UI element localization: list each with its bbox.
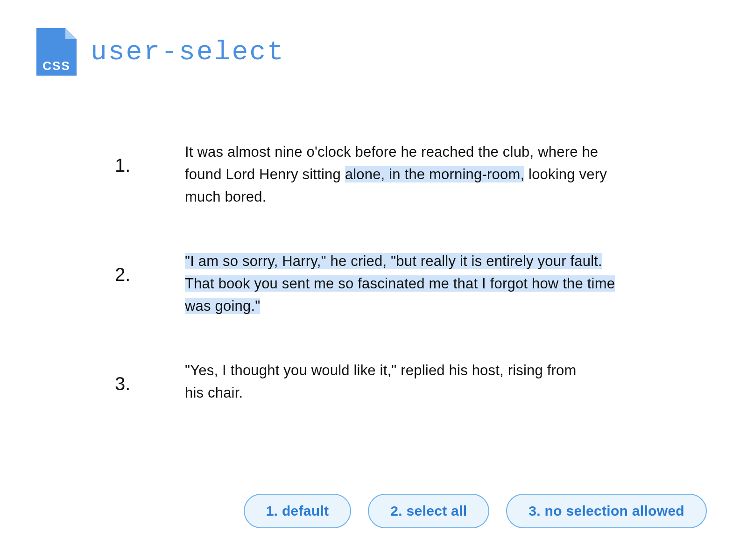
- examples-list: 1. It was almost nine o'clock before he …: [115, 141, 619, 404]
- example-number: 3.: [115, 359, 185, 395]
- page-title: user-select: [91, 37, 285, 67]
- highlighted-text: alone, in the morning-room,: [345, 166, 524, 182]
- highlighted-text: "I am so sorry, Harry," he cried, "but r…: [185, 253, 615, 314]
- example-text-default[interactable]: It was almost nine o'clock before he rea…: [185, 141, 619, 208]
- button-row: 1. default 2. select all 3. no selection…: [244, 494, 707, 528]
- header: CSS user-select: [0, 0, 747, 76]
- no-selection-button[interactable]: 3. no selection allowed: [506, 494, 707, 528]
- example-text-select-all[interactable]: "I am so sorry, Harry," he cried, "but r…: [185, 250, 619, 317]
- css-icon-label: CSS: [42, 59, 70, 73]
- example-text-none[interactable]: "Yes, I thought you would like it," repl…: [185, 359, 605, 404]
- example-row: 2. "I am so sorry, Harry," he cried, "bu…: [115, 250, 619, 317]
- example-number: 2.: [115, 250, 185, 286]
- default-button[interactable]: 1. default: [244, 494, 352, 528]
- css-file-icon: CSS: [36, 28, 77, 76]
- example-number: 1.: [115, 141, 185, 176]
- example-row: 1. It was almost nine o'clock before he …: [115, 141, 619, 208]
- example-row: 3. "Yes, I thought you would like it," r…: [115, 359, 619, 404]
- select-all-button[interactable]: 2. select all: [368, 494, 489, 528]
